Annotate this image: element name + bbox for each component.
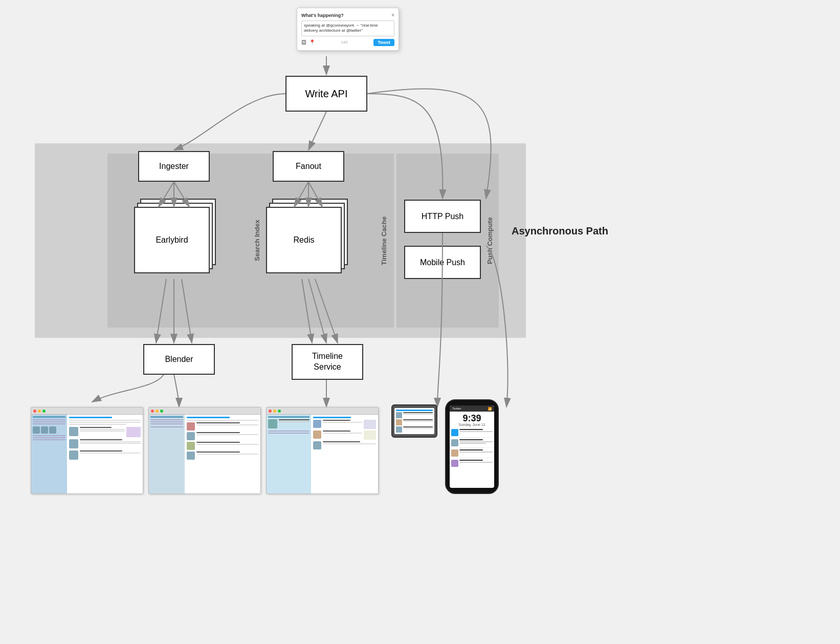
push-compute-label: Push Compute	[486, 159, 498, 323]
tweet-compose-box[interactable]: What's happening? × speaking at @qconnew…	[297, 8, 399, 51]
timeline-cache-label: Timeline Cache	[380, 159, 392, 323]
earlybird-node: Earlybird	[134, 207, 210, 273]
screenshot-2	[148, 407, 261, 494]
architecture-diagram: What's happening? × speaking at @qconnew…	[0, 0, 840, 644]
timeline-service-label: TimelineService	[312, 351, 343, 373]
tweet-button[interactable]: Tweet	[373, 39, 394, 46]
screenshot-3	[266, 407, 379, 494]
redis-stacked: Redis	[266, 199, 348, 291]
http-push-node: HTTP Push	[404, 200, 481, 233]
redis-node: Redis	[266, 207, 342, 273]
async-path-label: Asynchronous Path	[512, 225, 608, 237]
write-api-node: Write API	[285, 76, 367, 112]
location-icon[interactable]: 📍	[309, 39, 315, 45]
tweet-compose-title: What's happening?	[301, 13, 344, 18]
search-index-label: Search Index	[253, 159, 266, 323]
char-count: 140	[341, 40, 347, 45]
tweet-text-area[interactable]: speaking at @qconnewyork → "real-time de…	[301, 20, 394, 36]
earlybird-stacked: Earlybird	[134, 199, 216, 291]
phone-time: 9:39	[450, 414, 494, 423]
phone-date: Sunday, June 11	[450, 423, 494, 426]
screenshot-1	[31, 407, 143, 494]
iphone-device: Twitter 📶 9:39 Sunday, June 11	[445, 399, 499, 494]
timeline-service-node: TimelineService	[292, 344, 363, 380]
fanout-node: Fanout	[273, 151, 344, 182]
mobile-push-node: Mobile Push	[404, 246, 481, 279]
mobile-device-1	[391, 404, 437, 438]
push-compute-zone	[396, 154, 499, 328]
blender-node: Blender	[143, 344, 215, 375]
close-icon[interactable]: ×	[391, 12, 394, 18]
photo-icon[interactable]: 🖼	[301, 39, 306, 45]
ingester-node: Ingester	[138, 151, 210, 182]
